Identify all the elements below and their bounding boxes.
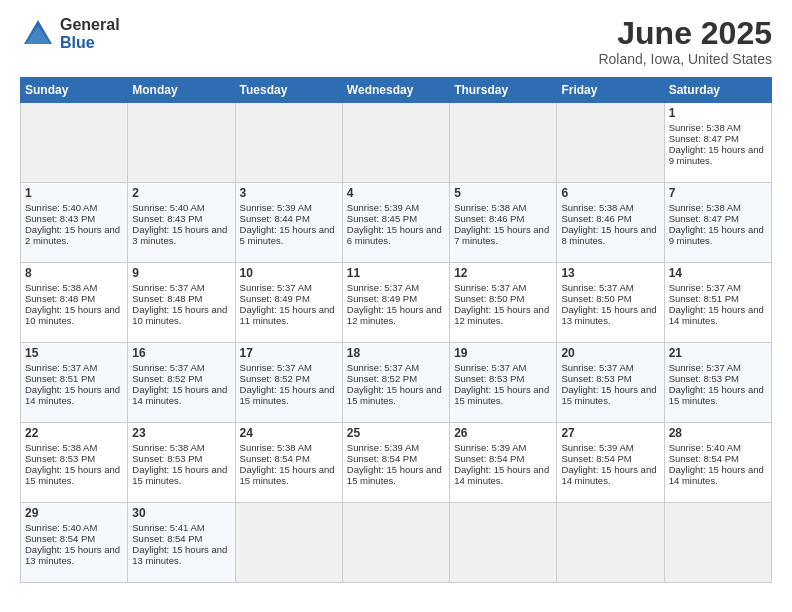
sunrise: Sunrise: 5:39 AM	[454, 442, 526, 453]
sunrise: Sunrise: 5:37 AM	[669, 282, 741, 293]
calendar-cell: 14Sunrise: 5:37 AMSunset: 8:51 PMDayligh…	[664, 263, 771, 343]
daylight: Daylight: 15 hours and 14 minutes.	[669, 304, 764, 326]
calendar-cell	[450, 503, 557, 583]
sunset: Sunset: 8:47 PM	[669, 213, 739, 224]
daylight: Daylight: 15 hours and 15 minutes.	[454, 384, 549, 406]
sunrise: Sunrise: 5:40 AM	[669, 442, 741, 453]
day-number: 16	[132, 346, 230, 360]
calendar-cell: 2Sunrise: 5:40 AMSunset: 8:43 PMDaylight…	[128, 183, 235, 263]
calendar-cell	[128, 103, 235, 183]
sunrise: Sunrise: 5:38 AM	[132, 442, 204, 453]
sunrise: Sunrise: 5:37 AM	[561, 282, 633, 293]
sunset: Sunset: 8:49 PM	[347, 293, 417, 304]
calendar-cell	[342, 103, 449, 183]
calendar-cell: 30Sunrise: 5:41 AMSunset: 8:54 PMDayligh…	[128, 503, 235, 583]
sunrise: Sunrise: 5:38 AM	[240, 442, 312, 453]
daylight: Daylight: 15 hours and 10 minutes.	[25, 304, 120, 326]
day-number: 15	[25, 346, 123, 360]
calendar-page: General Blue June 2025 Roland, Iowa, Uni…	[0, 0, 792, 612]
sunrise: Sunrise: 5:38 AM	[669, 122, 741, 133]
sunrise: Sunrise: 5:38 AM	[25, 282, 97, 293]
sunset: Sunset: 8:53 PM	[669, 373, 739, 384]
daylight: Daylight: 15 hours and 14 minutes.	[561, 464, 656, 486]
day-number: 17	[240, 346, 338, 360]
sunrise: Sunrise: 5:37 AM	[454, 282, 526, 293]
header-tuesday: Tuesday	[235, 78, 342, 103]
calendar-cell: 18Sunrise: 5:37 AMSunset: 8:52 PMDayligh…	[342, 343, 449, 423]
daylight: Daylight: 15 hours and 14 minutes.	[25, 384, 120, 406]
sunset: Sunset: 8:50 PM	[561, 293, 631, 304]
calendar-cell: 15Sunrise: 5:37 AMSunset: 8:51 PMDayligh…	[21, 343, 128, 423]
sunrise: Sunrise: 5:38 AM	[669, 202, 741, 213]
calendar-cell: 22Sunrise: 5:38 AMSunset: 8:53 PMDayligh…	[21, 423, 128, 503]
calendar-cell	[21, 103, 128, 183]
sunset: Sunset: 8:54 PM	[454, 453, 524, 464]
daylight: Daylight: 15 hours and 14 minutes.	[454, 464, 549, 486]
daylight: Daylight: 15 hours and 13 minutes.	[132, 544, 227, 566]
calendar-cell: 21Sunrise: 5:37 AMSunset: 8:53 PMDayligh…	[664, 343, 771, 423]
daylight: Daylight: 15 hours and 15 minutes.	[240, 464, 335, 486]
sunrise: Sunrise: 5:40 AM	[25, 522, 97, 533]
calendar-cell	[557, 503, 664, 583]
sunset: Sunset: 8:45 PM	[347, 213, 417, 224]
calendar-cell: 10Sunrise: 5:37 AMSunset: 8:49 PMDayligh…	[235, 263, 342, 343]
sunset: Sunset: 8:54 PM	[347, 453, 417, 464]
sunrise: Sunrise: 5:41 AM	[132, 522, 204, 533]
day-number: 2	[132, 186, 230, 200]
calendar-table: Sunday Monday Tuesday Wednesday Thursday…	[20, 77, 772, 583]
sunrise: Sunrise: 5:38 AM	[25, 442, 97, 453]
sunrise: Sunrise: 5:37 AM	[669, 362, 741, 373]
day-number: 22	[25, 426, 123, 440]
title-block: June 2025 Roland, Iowa, United States	[598, 16, 772, 67]
calendar-cell: 24Sunrise: 5:38 AMSunset: 8:54 PMDayligh…	[235, 423, 342, 503]
day-number: 25	[347, 426, 445, 440]
day-number: 21	[669, 346, 767, 360]
sunset: Sunset: 8:44 PM	[240, 213, 310, 224]
day-number: 1	[25, 186, 123, 200]
sunrise: Sunrise: 5:37 AM	[132, 282, 204, 293]
location: Roland, Iowa, United States	[598, 51, 772, 67]
calendar-cell: 13Sunrise: 5:37 AMSunset: 8:50 PMDayligh…	[557, 263, 664, 343]
header-saturday: Saturday	[664, 78, 771, 103]
sunset: Sunset: 8:51 PM	[25, 373, 95, 384]
calendar-cell	[450, 103, 557, 183]
sunset: Sunset: 8:43 PM	[25, 213, 95, 224]
sunset: Sunset: 8:53 PM	[561, 373, 631, 384]
sunrise: Sunrise: 5:37 AM	[240, 362, 312, 373]
sunrise: Sunrise: 5:37 AM	[454, 362, 526, 373]
calendar-cell	[235, 503, 342, 583]
daylight: Daylight: 15 hours and 9 minutes.	[669, 224, 764, 246]
calendar-cell: 7Sunrise: 5:38 AMSunset: 8:47 PMDaylight…	[664, 183, 771, 263]
sunset: Sunset: 8:46 PM	[561, 213, 631, 224]
calendar-cell	[235, 103, 342, 183]
calendar-cell: 1Sunrise: 5:40 AMSunset: 8:43 PMDaylight…	[21, 183, 128, 263]
day-number: 7	[669, 186, 767, 200]
day-number: 27	[561, 426, 659, 440]
daylight: Daylight: 15 hours and 15 minutes.	[561, 384, 656, 406]
header-monday: Monday	[128, 78, 235, 103]
daylight: Daylight: 15 hours and 5 minutes.	[240, 224, 335, 246]
daylight: Daylight: 15 hours and 14 minutes.	[669, 464, 764, 486]
sunset: Sunset: 8:54 PM	[25, 533, 95, 544]
logo-blue: Blue	[60, 34, 120, 52]
sunrise: Sunrise: 5:37 AM	[347, 362, 419, 373]
day-number: 24	[240, 426, 338, 440]
sunset: Sunset: 8:52 PM	[347, 373, 417, 384]
day-number: 18	[347, 346, 445, 360]
header-wednesday: Wednesday	[342, 78, 449, 103]
sunrise: Sunrise: 5:38 AM	[561, 202, 633, 213]
calendar-cell: 4Sunrise: 5:39 AMSunset: 8:45 PMDaylight…	[342, 183, 449, 263]
calendar-cell: 29Sunrise: 5:40 AMSunset: 8:54 PMDayligh…	[21, 503, 128, 583]
sunset: Sunset: 8:49 PM	[240, 293, 310, 304]
calendar-cell: 20Sunrise: 5:37 AMSunset: 8:53 PMDayligh…	[557, 343, 664, 423]
sunrise: Sunrise: 5:37 AM	[25, 362, 97, 373]
daylight: Daylight: 15 hours and 15 minutes.	[25, 464, 120, 486]
calendar-cell: 19Sunrise: 5:37 AMSunset: 8:53 PMDayligh…	[450, 343, 557, 423]
calendar-cell: 17Sunrise: 5:37 AMSunset: 8:52 PMDayligh…	[235, 343, 342, 423]
calendar-cell: 5Sunrise: 5:38 AMSunset: 8:46 PMDaylight…	[450, 183, 557, 263]
daylight: Daylight: 15 hours and 3 minutes.	[132, 224, 227, 246]
day-number: 13	[561, 266, 659, 280]
daylight: Daylight: 15 hours and 15 minutes.	[347, 464, 442, 486]
sunrise: Sunrise: 5:39 AM	[561, 442, 633, 453]
logo-text: General Blue	[60, 16, 120, 51]
